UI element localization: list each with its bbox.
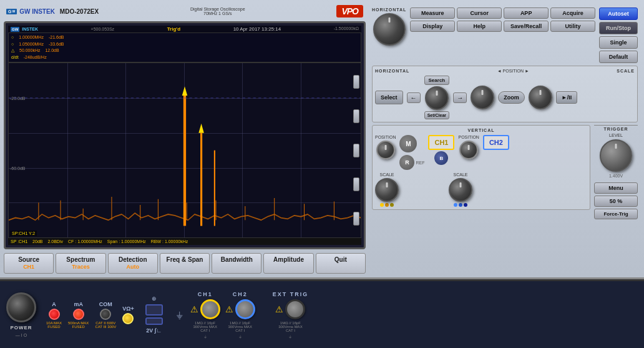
screen-btn-1[interactable] — [353, 75, 359, 89]
usb-port-1[interactable] — [145, 304, 163, 316]
usb-port-2[interactable] — [145, 317, 163, 325]
measure-btn[interactable]: Measure — [410, 7, 455, 19]
detection-btn[interactable]: Detection Auto — [108, 253, 158, 274]
ext-trig-section: EXT TRIG ⚠ 1MΩ // 16pF300Vrms MAXCAT I ⏚ — [273, 291, 309, 339]
power-onoff: — I O — [16, 333, 27, 337]
usb-section: ⊕ 2V ∫∟ — [145, 296, 163, 334]
ch1-bnc[interactable] — [200, 299, 220, 319]
position-knob[interactable] — [471, 86, 494, 109]
h-scale-knob[interactable] — [529, 86, 552, 109]
ch1-bnc-row: ⚠ — [190, 299, 220, 319]
menu-buttons-row: Source CH1 Spectrum Traces Detection Aut… — [4, 253, 366, 274]
ch1-pos-label: POSITION — [375, 135, 396, 139]
ref-btn[interactable]: R — [399, 155, 414, 170]
search-knob[interactable] — [425, 86, 449, 110]
zoom-btn[interactable]: Zoom — [498, 91, 525, 104]
search-area: Search Set/Clear — [424, 76, 450, 119]
screen-instek: INSTEK — [22, 27, 38, 31]
ext-trig-label: EXT TRIG — [273, 291, 309, 297]
ref-label: REF — [416, 161, 424, 165]
ch2-spec: 1MΩ // 16pF300Vrms MAXCAT I — [228, 321, 251, 332]
top-controls: HORIZONTAL Measure Cursor APP Acquire Di… — [372, 7, 638, 63]
ch1-warn-symbol: ⚠ — [190, 304, 198, 314]
svg-marker-16 — [198, 124, 204, 133]
v-jack[interactable] — [122, 313, 134, 324]
acquire-btn[interactable]: Acquire — [550, 7, 595, 19]
autoset-btn[interactable]: Autoset — [599, 7, 638, 20]
ch2-pos-knob[interactable] — [459, 141, 478, 159]
app-btn[interactable]: APP — [504, 7, 549, 19]
play-pause-btn[interactable]: ►/II — [556, 91, 577, 104]
run-stop-btn[interactable]: Run/Stop — [599, 22, 638, 34]
source-btn[interactable]: Source CH1 — [4, 253, 54, 274]
search-btn[interactable]: Search — [424, 76, 450, 85]
spectrum-btn[interactable]: Spectrum Traces — [56, 253, 105, 274]
a-warning: 10A MAXFUSED — [46, 321, 62, 329]
default-btn[interactable]: Default — [599, 51, 638, 63]
a-jack[interactable] — [49, 309, 60, 320]
ch1-bnc-label: CH1 — [198, 291, 213, 297]
brand-name: GW INSTEK — [19, 8, 55, 15]
trigger-label: TRIGGER — [594, 125, 638, 131]
oscilloscope-screen: GW INSTEK +500.053Sz Trig'd 10 Apr 2017 … — [4, 21, 366, 249]
help-btn[interactable]: Help — [457, 21, 502, 32]
screen-btn-2[interactable] — [353, 109, 359, 123]
scale-label: SCALE — [617, 69, 635, 73]
bus-btn[interactable]: B — [434, 151, 448, 165]
utility-btn[interactable]: Utility — [550, 21, 595, 32]
ext-trig-bnc[interactable] — [285, 299, 305, 319]
usb-ports — [145, 304, 163, 325]
right-arrow-btn[interactable]: → — [453, 92, 467, 103]
trigger-menu-btn[interactable]: Menu — [594, 182, 638, 194]
com-jack[interactable] — [100, 309, 111, 320]
left-arrow-btn[interactable]: ← — [407, 92, 421, 103]
single-btn[interactable]: Single — [599, 36, 638, 49]
meas-freq-1: 1.00000MHz — [19, 34, 44, 41]
meas-marker-2: ○ — [11, 41, 14, 48]
ch2-btn[interactable]: CH2 — [483, 135, 509, 150]
ma-jack[interactable] — [73, 309, 84, 320]
ch2-scale-knob[interactable] — [449, 178, 472, 202]
screen-btn-4[interactable] — [353, 177, 359, 191]
quit-btn[interactable]: Quit — [316, 253, 366, 274]
power-knob[interactable] — [6, 292, 36, 322]
ch1-btn[interactable]: CH1 — [428, 135, 454, 150]
cursor-btn[interactable]: Cursor — [457, 7, 502, 19]
ch1-scale-knob[interactable] — [375, 178, 399, 202]
ch2-bnc[interactable] — [235, 299, 255, 319]
screen-btn-5[interactable] — [353, 212, 359, 226]
bandwidth-btn[interactable]: Bandwidth — [212, 253, 261, 274]
meas-row-2: ○ 1.05000MHz -33.6dB — [11, 41, 358, 48]
force-trig-btn[interactable]: Force-Trig — [594, 209, 638, 219]
ch1-ground: ⏚ — [204, 334, 207, 339]
meas-row-1: ○ 1.00000MHz -21.6dB — [11, 34, 358, 41]
math-btn[interactable]: M — [399, 135, 417, 152]
set-clear-btn[interactable]: Set/Clear — [424, 111, 449, 119]
ma-input-group: mA 500mA MAXFUSED — [68, 301, 89, 329]
save-recall-btn[interactable]: Save/Recall — [504, 21, 549, 32]
fifty-pct-btn[interactable]: 50 % — [594, 196, 638, 207]
ch1-pos-knob[interactable] — [376, 141, 395, 159]
ch1-scale-col: SCALE — [375, 172, 399, 207]
footer-db: 20dB — [32, 239, 42, 244]
ma-warning: 500mA MAXFUSED — [68, 321, 89, 329]
screen-btn-3[interactable] — [353, 144, 359, 157]
gw-logo: GW — [6, 9, 17, 14]
freq-span-btn[interactable]: Freq & Span — [160, 253, 210, 274]
a-label: A — [52, 301, 56, 307]
meas-freq-3: 50.000kHz — [19, 47, 40, 54]
select-btn[interactable]: Select — [375, 91, 403, 104]
controls-panel: HORIZONTAL Measure Cursor APP Acquire Di… — [369, 5, 640, 274]
input-section: A 10A MAXFUSED mA 500mA MAXFUSED COM CAT… — [46, 301, 134, 329]
ch2-bnc-section: CH2 ⚠ 1MΩ // 16pF300Vrms MAXCAT I ⏚ — [225, 291, 255, 339]
model-name: MDO-2072EX — [60, 8, 99, 15]
trigger-knob[interactable] — [600, 139, 632, 172]
meas-val-2: -33.6dB — [49, 41, 64, 48]
amplitude-btn[interactable]: Amplitude — [263, 253, 313, 274]
ma-label: mA — [74, 301, 83, 307]
variable-knob-section: HORIZONTAL — [372, 7, 406, 46]
variable-knob[interactable] — [373, 13, 406, 46]
ground-symbol: ⏚ — [177, 309, 183, 321]
variable-label: HORIZONTAL — [372, 7, 406, 12]
display-btn[interactable]: Display — [410, 21, 455, 32]
